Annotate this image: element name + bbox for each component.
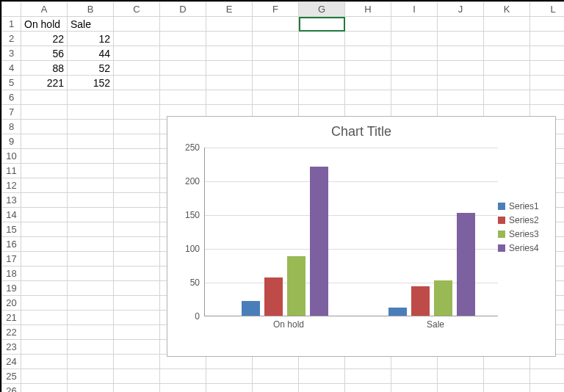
cell-A15[interactable] [21, 222, 68, 237]
cell-B5[interactable]: 152 [68, 76, 114, 90]
cell-C16[interactable] [114, 237, 160, 252]
row-header-14[interactable]: 14 [2, 208, 21, 222]
cell-B2[interactable]: 12 [68, 32, 114, 46]
bar-Series4-On hold[interactable] [310, 167, 328, 316]
cell-C6[interactable] [114, 90, 160, 105]
row-header-15[interactable]: 15 [2, 222, 21, 237]
cell-H3[interactable] [345, 46, 391, 61]
cell-C19[interactable] [114, 281, 160, 296]
cell-B3[interactable]: 44 [68, 46, 114, 61]
row-header-20[interactable]: 20 [2, 296, 21, 311]
cell-J25[interactable] [438, 369, 484, 384]
cell-J4[interactable] [438, 61, 484, 76]
cell-C22[interactable] [114, 325, 160, 340]
cell-E25[interactable] [206, 369, 253, 384]
cell-A10[interactable] [21, 149, 68, 164]
column-header-C[interactable]: C [114, 2, 160, 17]
cell-C8[interactable] [114, 120, 160, 134]
column-header-B[interactable]: B [68, 2, 114, 17]
cell-I25[interactable] [391, 369, 438, 384]
cell-B4[interactable]: 52 [68, 61, 114, 76]
cell-A8[interactable] [21, 120, 68, 134]
row-header-13[interactable]: 13 [2, 193, 21, 208]
cell-I3[interactable] [391, 46, 438, 61]
cell-A17[interactable] [21, 252, 68, 266]
cell-C17[interactable] [114, 252, 160, 266]
cell-C18[interactable] [114, 266, 160, 281]
cell-C3[interactable] [114, 46, 160, 61]
column-header-G[interactable]: G [299, 2, 345, 17]
cell-C13[interactable] [114, 193, 160, 208]
cell-A21[interactable] [21, 311, 68, 325]
cell-A9[interactable] [21, 134, 68, 149]
cell-E2[interactable] [206, 32, 253, 46]
cell-C25[interactable] [114, 369, 160, 384]
cell-J2[interactable] [438, 32, 484, 46]
cell-G25[interactable] [299, 369, 345, 384]
row-header-7[interactable]: 7 [2, 105, 21, 120]
cell-L3[interactable] [530, 46, 565, 61]
cell-A24[interactable] [21, 355, 68, 369]
cell-C7[interactable] [114, 105, 160, 120]
cell-B23[interactable] [68, 340, 114, 355]
chart[interactable]: Chart Title 050100150200250On holdSale S… [167, 116, 556, 357]
cell-F2[interactable] [253, 32, 299, 46]
row-header-21[interactable]: 21 [2, 311, 21, 325]
cell-G5[interactable] [299, 76, 345, 90]
bar-Series1-On hold[interactable] [242, 301, 260, 316]
cell-H2[interactable] [345, 32, 391, 46]
cell-C1[interactable] [114, 17, 160, 32]
cell-E6[interactable] [206, 90, 253, 105]
cell-C20[interactable] [114, 296, 160, 311]
cell-B9[interactable] [68, 134, 114, 149]
cell-L26[interactable] [530, 384, 565, 393]
cell-K4[interactable] [484, 61, 530, 76]
cell-B14[interactable] [68, 208, 114, 222]
cell-C4[interactable] [114, 61, 160, 76]
cell-E3[interactable] [206, 46, 253, 61]
cell-G2[interactable] [299, 32, 345, 46]
bar-Series3-Sale[interactable] [434, 280, 452, 316]
cell-E4[interactable] [206, 61, 253, 76]
corner-cell[interactable] [2, 2, 21, 17]
cell-A26[interactable] [21, 384, 68, 393]
cell-I2[interactable] [391, 32, 438, 46]
cell-A13[interactable] [21, 193, 68, 208]
cell-B1[interactable]: Sale [68, 17, 114, 32]
cell-A11[interactable] [21, 164, 68, 178]
cell-B25[interactable] [68, 369, 114, 384]
cell-A20[interactable] [21, 296, 68, 311]
cell-C23[interactable] [114, 340, 160, 355]
cell-C9[interactable] [114, 134, 160, 149]
row-header-5[interactable]: 5 [2, 76, 21, 90]
cell-L6[interactable] [530, 90, 565, 105]
cell-F1[interactable] [253, 17, 299, 32]
cell-I1[interactable] [391, 17, 438, 32]
cell-J1[interactable] [438, 17, 484, 32]
row-header-12[interactable]: 12 [2, 178, 21, 193]
cell-D25[interactable] [160, 369, 206, 384]
row-header-23[interactable]: 23 [2, 340, 21, 355]
cell-C12[interactable] [114, 178, 160, 193]
cell-A2[interactable]: 22 [21, 32, 68, 46]
cell-D26[interactable] [160, 384, 206, 393]
column-header-I[interactable]: I [391, 2, 438, 17]
cell-L5[interactable] [530, 76, 565, 90]
cell-B21[interactable] [68, 311, 114, 325]
row-header-25[interactable]: 25 [2, 369, 21, 384]
row-header-11[interactable]: 11 [2, 164, 21, 178]
cell-H5[interactable] [345, 76, 391, 90]
row-header-10[interactable]: 10 [2, 149, 21, 164]
cell-K25[interactable] [484, 369, 530, 384]
cell-C15[interactable] [114, 222, 160, 237]
cell-J3[interactable] [438, 46, 484, 61]
cell-G6[interactable] [299, 90, 345, 105]
cell-A4[interactable]: 88 [21, 61, 68, 76]
row-header-3[interactable]: 3 [2, 46, 21, 61]
cell-D6[interactable] [160, 90, 206, 105]
cell-B13[interactable] [68, 193, 114, 208]
cell-B18[interactable] [68, 266, 114, 281]
cell-G4[interactable] [299, 61, 345, 76]
row-header-19[interactable]: 19 [2, 281, 21, 296]
cell-C5[interactable] [114, 76, 160, 90]
